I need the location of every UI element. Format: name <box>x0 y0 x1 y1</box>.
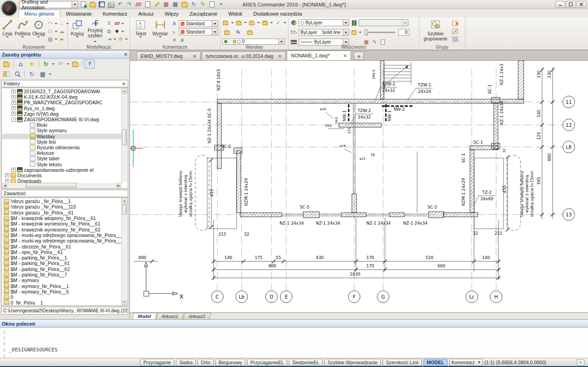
layer-list-item[interactable]: $M - wymiary_Nr_Pióra__1 <box>2 283 121 288</box>
drawing-tab-1[interactable]: EWID_MOSTY.dwg✕ <box>136 51 201 60</box>
expand-icon[interactable]: + <box>5 173 9 177</box>
layer-list-item[interactable]: $M - krawężnik wyniesiony_Nr_Pióra__62 <box>2 226 121 232</box>
quick-group-button[interactable]: Szybkiegrupowanie <box>421 18 450 43</box>
maximize-button[interactable] <box>566 1 576 8</box>
layer-list-item[interactable]: $M - krawężnik wtopiony_Nr_Pióra__61 <box>2 215 121 221</box>
drawing-tab-3[interactable]: NONAME_1.dwg*✕ <box>287 51 351 60</box>
layer-combo[interactable]: ⬭ 0 <box>222 39 285 45</box>
tree-item[interactable]: +Downloads <box>2 178 121 183</box>
tree-item[interactable]: +Rys_nr_1.dwg <box>2 106 121 111</box>
layer-list-item[interactable]: $M - wymiary <box>2 277 121 283</box>
cloud-icon[interactable]: ☁ <box>58 28 65 34</box>
status-toggle-biegunowy[interactable]: Biegunowy <box>215 359 245 366</box>
layer-list-item[interactable]: $M - wymiary_Nr_Pióra__6 <box>2 289 121 294</box>
statusbar-refresh-icon[interactable]: ↻ <box>577 359 584 366</box>
tree-item[interactable]: Bloki <box>2 122 121 128</box>
layer-freeze-icon[interactable] <box>236 19 243 26</box>
group-select-icon[interactable] <box>452 36 458 42</box>
stretch-icon[interactable]: ⇥ <box>106 36 113 42</box>
linetype-combo[interactable]: ByLayerSolid line <box>299 29 349 36</box>
tree-item[interactable]: Arkusze <box>2 150 121 156</box>
folders-close-icon[interactable]: ✕ <box>122 81 126 86</box>
drawing-canvas[interactable]: CLbDEFGLcH1112L813 TZW-224x32TZW-124x24T… <box>130 61 588 312</box>
menu-tab-1[interactable]: Menu główne <box>18 10 60 17</box>
line-button[interactable]: Linia <box>2 18 13 43</box>
tree-item[interactable]: Style tekstu <box>2 161 121 167</box>
layer-list-item[interactable]: $M - murki-wg odrębnego opracowania_Nr_P… <box>2 238 121 243</box>
home-icon[interactable]: ⌂ <box>16 60 26 68</box>
text-button[interactable]: A Tekst <box>132 18 150 43</box>
ellipse-icon[interactable]: ⬭ <box>47 28 54 34</box>
transparency-value[interactable]: 0 <box>398 29 409 36</box>
tree-item[interactable]: +K-01;K-02-K03;K-04.dwg <box>2 94 121 100</box>
menu-tab-5[interactable]: Więzy <box>159 10 184 17</box>
tree-item[interactable]: +PB_WARZYMICE_ZAGOSPODARC <box>2 100 121 105</box>
ungroup-icon[interactable] <box>452 20 458 27</box>
tree-view-icon[interactable] <box>1 70 11 79</box>
status-toggle-model[interactable]: MODEL <box>424 359 447 366</box>
drawing-tab-2[interactable]: tymczasowa or...u 03.2014.dwg✕ <box>202 51 286 60</box>
menu-tab-6[interactable]: Zarządzanie <box>184 10 223 17</box>
favorites-icon[interactable]: ★ <box>27 60 37 68</box>
tree-vscrollbar[interactable]: ▲ <box>121 89 127 183</box>
transparency-icon[interactable] <box>351 29 357 36</box>
polyline-button[interactable]: Polilinia <box>15 18 30 43</box>
expand-icon[interactable]: + <box>11 168 16 172</box>
app-logo-icon[interactable] <box>1 0 17 16</box>
status-toggle-szybkie-wprowadzanie[interactable]: Szybkie Wprowadzanie <box>324 359 381 366</box>
status-toggle-przyci-ganieel[interactable]: PrzyciąganieEL <box>247 359 287 366</box>
tree-item[interactable]: +Zago IV(W).dwg <box>2 111 121 117</box>
colorbar-icon[interactable] <box>351 20 357 26</box>
status-toggle-siatka[interactable]: Siatka <box>176 359 196 366</box>
tree-item[interactable]: Style linii <box>2 139 121 145</box>
circle-button[interactable]: Okrąg <box>32 18 45 43</box>
layer-list-item[interactable]: 0 <box>2 294 121 300</box>
color-wheel-icon[interactable] <box>290 20 297 26</box>
close-button[interactable] <box>577 1 586 8</box>
eraser2-icon[interactable] <box>113 20 120 27</box>
panel-close-icon[interactable]: ✕ <box>124 52 128 57</box>
minimize-button[interactable] <box>555 1 565 8</box>
layer-list-item[interactable]: $M - parking_Nr_Pióra__61 <box>2 260 121 266</box>
layer-prev-icon[interactable] <box>223 29 230 35</box>
tab-arkusz2[interactable]: Arkusz2 <box>183 313 211 319</box>
layer-states-icon[interactable] <box>246 29 253 35</box>
expand-icon[interactable]: + <box>11 112 16 116</box>
mirror-icon[interactable]: ⧉ <box>106 28 113 34</box>
expand-icon[interactable]: + <box>11 106 16 110</box>
tree-item[interactable]: Warstwy <box>2 134 121 139</box>
rotate-icon[interactable]: ⟳ <box>117 36 124 42</box>
layer-list-item[interactable]: $M - krawężnik wyniesiony_Nr_Pióra__61 <box>2 221 121 226</box>
layer-list-item[interactable]: !obrys garażu _Nr_Pióra__1 <box>2 198 121 204</box>
expand-icon[interactable]: + <box>11 101 16 105</box>
menu-tab-3[interactable]: Komentarz <box>97 10 133 17</box>
status-toggle-szeroko-linii[interactable]: Szerokość Linii <box>383 359 422 366</box>
pattern-icon[interactable]: ⠿ <box>106 20 113 27</box>
linetype-icon[interactable] <box>290 29 297 36</box>
close-tab-icon[interactable]: ✕ <box>193 54 197 59</box>
dim-style-combo[interactable]: Standard <box>179 28 218 35</box>
layer-off-icon[interactable] <box>262 19 269 26</box>
layer-check-icon[interactable]: ✓ <box>275 19 282 26</box>
menu-tab-7[interactable]: Widok <box>223 10 248 17</box>
content-vscrollbar[interactable]: ▲▼ <box>121 198 127 305</box>
expand-icon[interactable]: + <box>11 90 16 94</box>
layer-list-item[interactable]: $M - parking_Nr_Pióra__7 <box>2 272 121 277</box>
annotation-add-icon[interactable]: ⊕ <box>179 37 186 43</box>
layer-list-item[interactable]: $M - parking_Nr_Pióra__1 <box>2 255 121 260</box>
layer-search-icon[interactable]: 🔍︎ <box>235 29 242 35</box>
sync-view-icon[interactable]: ↻ <box>27 70 37 79</box>
menu-tab-4[interactable]: Arkusz <box>133 10 159 17</box>
layer-list-item[interactable]: !obrys garażu _Nr_Pióra__61 <box>2 210 121 215</box>
view-mode-icon[interactable]: ▦ <box>38 70 48 79</box>
tab-arkusz1[interactable]: Arkusz1 <box>156 313 184 319</box>
tree-hscrollbar[interactable]: ◀▶ <box>2 183 121 188</box>
tree-item[interactable]: Rysunki odniesienia <box>2 145 121 150</box>
tree-item[interactable]: -ZAGOSPODAROWANIE III-VI.dwg <box>2 117 121 122</box>
command-window[interactable]: Okno poleceń :::: _DESIGNRESOURCES: <box>0 319 588 358</box>
comment-dropdown[interactable]: Komentarz <box>449 359 483 366</box>
layer-list-item[interactable]: 0_Nr_Pióra__1 <box>2 300 121 305</box>
color-combo[interactable]: ByLayer <box>299 19 349 26</box>
status-toggle-przyci-ganie[interactable]: Przyciąganie <box>140 359 174 366</box>
transparency-slider[interactable] <box>365 32 395 33</box>
